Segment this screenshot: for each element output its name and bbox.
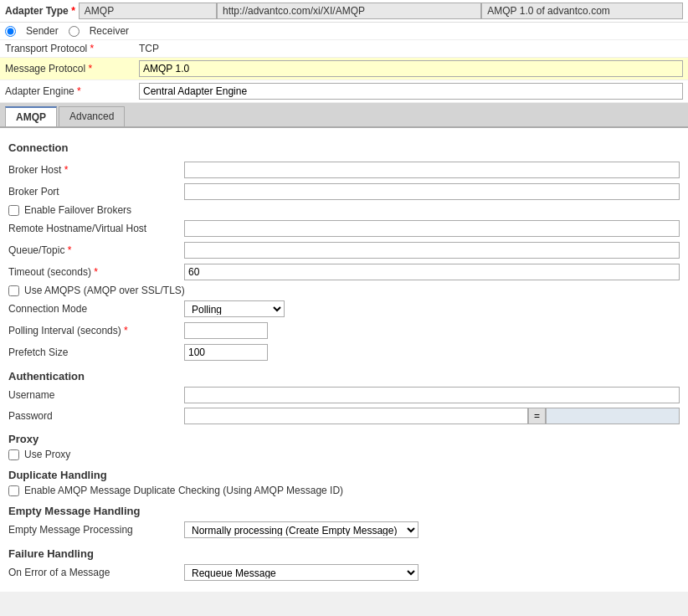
- duplicate-handling-section-header: Duplicate Handling: [8, 469, 680, 481]
- password-encoded-input[interactable]: [546, 408, 680, 424]
- failover-checkbox[interactable]: [8, 205, 19, 216]
- adapter-type-row: Adapter Type * AMQP http://advantco.com/…: [0, 0, 688, 23]
- transport-protocol-value: TCP: [139, 43, 683, 54]
- username-label: Username: [8, 389, 184, 401]
- on-error-label: On Error of a Message: [8, 567, 184, 578]
- proxy-section-header: Proxy: [8, 433, 680, 445]
- message-protocol-label: Message Protocol *: [5, 63, 139, 74]
- duplicate-enable-row: Enable AMQP Message Duplicate Checking (…: [8, 485, 680, 496]
- broker-host-label: Broker Host *: [8, 164, 184, 176]
- connection-mode-label: Connection Mode: [8, 303, 184, 315]
- adapter-engine-label: Adapter Engine *: [5, 85, 139, 97]
- connection-section-header: Connection: [8, 141, 680, 156]
- password-encode-button[interactable]: =: [528, 408, 546, 424]
- content-area: Connection Broker Host * Broker Port Ena…: [0, 128, 688, 592]
- message-protocol-row: Message Protocol *: [0, 58, 688, 80]
- prefetch-size-label: Prefetch Size: [8, 346, 184, 358]
- broker-port-label: Broker Port: [8, 186, 184, 198]
- transport-protocol-row: Transport Protocol * TCP: [0, 40, 688, 58]
- on-error-select[interactable]: Requeue Message: [184, 564, 418, 581]
- broker-port-row: Broker Port: [8, 182, 680, 201]
- broker-host-row: Broker Host *: [8, 161, 680, 179]
- empty-message-processing-row: Empty Message Processing Normally proces…: [8, 521, 680, 539]
- authentication-section-header: Authentication: [8, 370, 680, 382]
- broker-host-input[interactable]: [184, 162, 680, 178]
- adapter-engine-input[interactable]: [139, 83, 683, 100]
- use-proxy-label[interactable]: Use Proxy: [24, 449, 70, 460]
- prefetch-size-input[interactable]: [184, 344, 268, 361]
- sender-label[interactable]: Sender: [26, 25, 59, 37]
- queue-topic-label: Queue/Topic *: [8, 244, 184, 256]
- tab-bar: AMQP Advanced: [0, 103, 688, 128]
- failure-handling-section-header: Failure Handling: [8, 547, 680, 560]
- use-proxy-row: Use Proxy: [8, 449, 680, 460]
- duplicate-enable-checkbox[interactable]: [8, 485, 19, 496]
- username-row: Username: [8, 386, 680, 404]
- adapter-engine-row: Adapter Engine *: [0, 80, 688, 103]
- tab-amqp[interactable]: AMQP: [5, 106, 57, 126]
- remote-hostname-row: Remote Hostname/Virtual Host: [8, 219, 680, 238]
- empty-message-processing-select[interactable]: Normally processing (Create Empty Messag…: [184, 521, 418, 538]
- password-row: Password =: [8, 408, 680, 424]
- polling-interval-label: Polling Interval (seconds) *: [8, 325, 184, 336]
- empty-message-processing-label: Empty Message Processing: [8, 524, 184, 536]
- adapter-type-label: Adapter Type *: [5, 5, 75, 17]
- receiver-label[interactable]: Receiver: [90, 25, 129, 37]
- adapter-type-field3: AMQP 1.0 of advantco.com: [481, 3, 683, 19]
- use-proxy-checkbox[interactable]: [8, 449, 19, 460]
- transport-protocol-label: Transport Protocol *: [5, 43, 139, 54]
- sender-receiver-row: Sender Receiver: [0, 23, 688, 40]
- receiver-radio[interactable]: [69, 26, 80, 37]
- connection-mode-select[interactable]: Polling: [184, 300, 285, 317]
- timeout-input[interactable]: [184, 264, 680, 280]
- adapter-type-field2: http://advantco.com/xi/XI/AMQP: [217, 3, 481, 19]
- amqps-row: Use AMQPS (AMQP over SSL/TLS): [8, 285, 680, 296]
- username-input[interactable]: [184, 387, 680, 403]
- queue-topic-input[interactable]: [184, 242, 680, 259]
- message-protocol-input[interactable]: [139, 60, 683, 77]
- amqps-label[interactable]: Use AMQPS (AMQP over SSL/TLS): [24, 285, 185, 296]
- connection-mode-row: Connection Mode Polling: [8, 300, 680, 318]
- prefetch-size-row: Prefetch Size: [8, 343, 680, 362]
- failover-row: Enable Failover Brokers: [8, 204, 680, 216]
- remote-hostname-label: Remote Hostname/Virtual Host: [8, 223, 184, 234]
- failover-label[interactable]: Enable Failover Brokers: [24, 204, 131, 216]
- password-input[interactable]: [184, 408, 528, 424]
- sender-radio[interactable]: [5, 26, 16, 37]
- tab-advanced[interactable]: Advanced: [59, 106, 125, 126]
- polling-interval-input[interactable]: [184, 322, 268, 339]
- amqps-checkbox[interactable]: [8, 285, 19, 296]
- timeout-label: Timeout (seconds) *: [8, 266, 184, 278]
- remote-hostname-input[interactable]: [184, 220, 680, 237]
- empty-message-section-header: Empty Message Handling: [8, 505, 680, 517]
- duplicate-enable-label[interactable]: Enable AMQP Message Duplicate Checking (…: [24, 485, 343, 496]
- adapter-type-field1: AMQP: [79, 3, 217, 19]
- broker-port-input[interactable]: [184, 183, 680, 200]
- on-error-row: On Error of a Message Requeue Message: [8, 563, 680, 582]
- queue-topic-row: Queue/Topic *: [8, 241, 680, 259]
- password-label: Password: [8, 410, 184, 422]
- timeout-row: Timeout (seconds) *: [8, 263, 680, 281]
- polling-interval-row: Polling Interval (seconds) *: [8, 321, 680, 340]
